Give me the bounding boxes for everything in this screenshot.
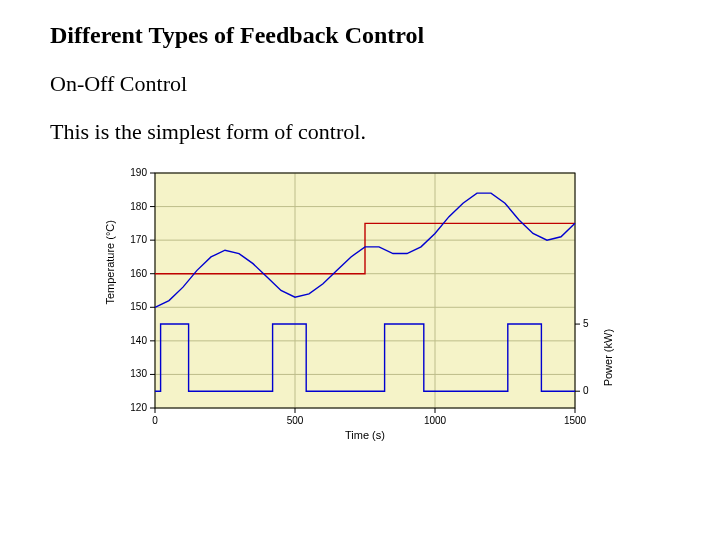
- x-axis-label: Time (s): [345, 429, 385, 441]
- svg-text:150: 150: [130, 301, 147, 312]
- svg-text:1000: 1000: [424, 415, 447, 426]
- y-axis-left-label: Temperature (°C): [104, 220, 116, 304]
- page-title: Different Types of Feedback Control: [50, 22, 670, 49]
- body-text: This is the simplest form of control.: [50, 119, 670, 145]
- svg-text:180: 180: [130, 201, 147, 212]
- svg-text:160: 160: [130, 268, 147, 279]
- svg-rect-0: [155, 173, 575, 408]
- svg-text:500: 500: [287, 415, 304, 426]
- svg-text:0: 0: [152, 415, 158, 426]
- svg-text:0: 0: [583, 385, 589, 396]
- y-axis-right-label: Power (kW): [602, 329, 614, 386]
- svg-text:5: 5: [583, 318, 589, 329]
- svg-text:170: 170: [130, 234, 147, 245]
- chart: 05001000150012013014015016017018019005Ti…: [100, 163, 620, 447]
- section-title: On-Off Control: [50, 71, 670, 97]
- svg-text:120: 120: [130, 402, 147, 413]
- svg-text:190: 190: [130, 167, 147, 178]
- svg-text:130: 130: [130, 368, 147, 379]
- svg-text:1500: 1500: [564, 415, 587, 426]
- feedback-chart: 05001000150012013014015016017018019005Ti…: [100, 163, 620, 443]
- svg-text:140: 140: [130, 335, 147, 346]
